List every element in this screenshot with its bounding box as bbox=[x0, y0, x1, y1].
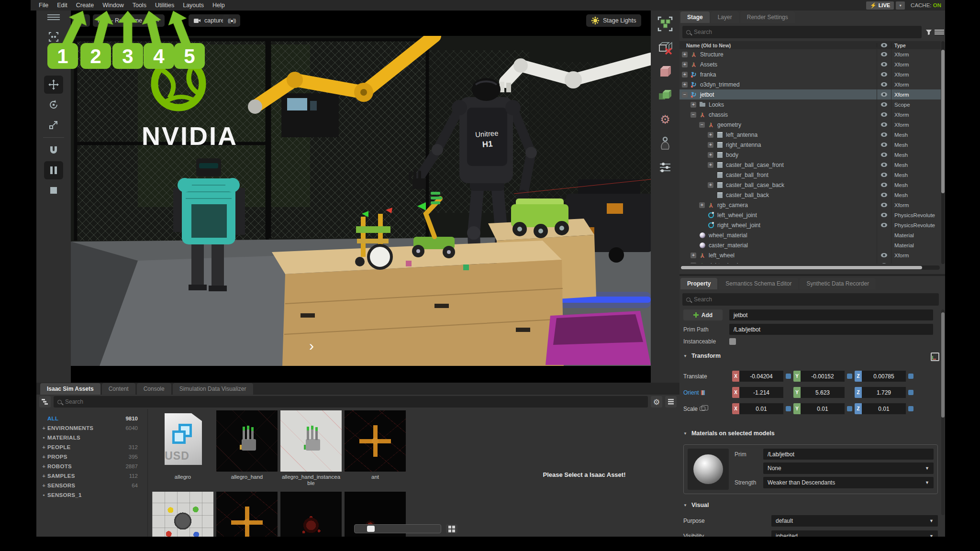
tree-row[interactable]: body Mesh bbox=[679, 150, 941, 160]
property-tab[interactable]: Property bbox=[680, 278, 717, 289]
tree-row[interactable]: caster_ball_case_back Mesh bbox=[679, 180, 941, 190]
assets-view-button[interactable] bbox=[665, 396, 677, 408]
category-row[interactable]: + SENSORS 64 bbox=[40, 481, 144, 490]
pink-cube-button[interactable] bbox=[655, 62, 675, 81]
visibility-eye-toggle[interactable] bbox=[877, 200, 891, 210]
visibility-eye-toggle[interactable] bbox=[877, 59, 891, 69]
step-handle[interactable] bbox=[786, 406, 791, 411]
expander-icon[interactable] bbox=[708, 132, 713, 138]
tree-row[interactable]: caster_ball_case_front Mesh bbox=[679, 160, 941, 170]
toolbar-menu-icon[interactable] bbox=[47, 14, 60, 20]
select-tool-button[interactable] bbox=[44, 28, 63, 46]
visibility-eye-toggle[interactable] bbox=[877, 49, 891, 59]
translate-y-field[interactable]: -0.00152 bbox=[801, 371, 845, 382]
menu-item[interactable]: Help bbox=[208, 1, 229, 10]
tree-row[interactable]: right_antenna Mesh bbox=[679, 140, 941, 150]
physics-button[interactable] bbox=[655, 134, 675, 153]
tree-row[interactable]: caster_material Material bbox=[679, 240, 941, 250]
live-dropdown-button[interactable]: ▼ bbox=[896, 1, 905, 10]
expander-icon[interactable] bbox=[690, 263, 696, 264]
category-row[interactable]: + ENVIRONMENTS 6040 bbox=[40, 423, 144, 433]
step-handle[interactable] bbox=[786, 374, 791, 379]
assets-settings-button[interactable]: ⚙ bbox=[651, 396, 662, 408]
visibility-dropdown[interactable]: inherited▼ bbox=[771, 530, 938, 537]
stage-tab[interactable]: Stage bbox=[680, 11, 710, 23]
translate-z-field[interactable]: 0.00785 bbox=[862, 371, 906, 382]
scale-tool-button[interactable] bbox=[44, 116, 63, 134]
expander-icon[interactable] bbox=[682, 72, 688, 77]
property-search[interactable] bbox=[682, 293, 939, 306]
menu-item[interactable]: Utilities bbox=[151, 1, 178, 10]
bottom-tab[interactable]: Isaac Sim Assets bbox=[40, 383, 100, 395]
asset-item[interactable] bbox=[280, 492, 342, 537]
asset-item[interactable] bbox=[216, 492, 278, 537]
material-binding-dropdown[interactable]: None▼ bbox=[763, 463, 934, 474]
asset-item[interactable]: allegro_hand bbox=[216, 410, 278, 486]
visibility-eye-toggle[interactable] bbox=[877, 140, 891, 150]
asset-item[interactable] bbox=[152, 492, 213, 537]
move-tool-button[interactable] bbox=[44, 76, 63, 94]
category-row[interactable]: + PEOPLE 312 bbox=[40, 442, 144, 452]
assets-search-input[interactable] bbox=[65, 398, 644, 405]
instanceable-checkbox[interactable] bbox=[729, 338, 736, 345]
visibility-eye-toggle[interactable] bbox=[877, 240, 891, 250]
orient-y-field[interactable]: 5.623 bbox=[801, 387, 845, 398]
category-row[interactable]: + SAMPLES 112 bbox=[40, 471, 144, 481]
scale-y-field[interactable]: 0.01 bbox=[801, 403, 845, 414]
expander-icon[interactable] bbox=[682, 52, 688, 57]
visibility-eye-toggle[interactable] bbox=[877, 120, 891, 130]
green-cubes-button[interactable] bbox=[655, 86, 675, 105]
bottom-tab[interactable]: Content bbox=[102, 383, 135, 395]
tree-row[interactable]: left_wheel Xform bbox=[679, 250, 941, 260]
category-filter-button[interactable] bbox=[39, 396, 51, 408]
step-handle[interactable] bbox=[908, 374, 913, 379]
expander-icon[interactable] bbox=[682, 92, 688, 98]
stage-search[interactable] bbox=[682, 26, 922, 38]
tree-row[interactable]: left_wheel_joint PhysicsRevolute bbox=[679, 210, 941, 220]
scale-x-field[interactable]: 0.01 bbox=[739, 403, 783, 414]
expander-icon[interactable] bbox=[690, 253, 696, 258]
orient-z-field[interactable]: 1.729 bbox=[862, 387, 906, 398]
stage-horizontal-scrollbar[interactable] bbox=[680, 265, 940, 270]
step-handle[interactable] bbox=[847, 406, 852, 411]
pause-button[interactable] bbox=[44, 161, 63, 179]
renderer-dropdown[interactable]: RTX - Real-Time ▼ bbox=[93, 14, 165, 27]
tree-row[interactable]: rgb_camera Xform bbox=[679, 200, 941, 210]
visibility-eye-toggle[interactable] bbox=[877, 180, 891, 190]
category-row[interactable]: • MATERIALS bbox=[40, 433, 144, 442]
tree-row[interactable]: caster_ball_back Mesh bbox=[679, 190, 941, 200]
stage-options-button[interactable] bbox=[935, 26, 944, 38]
expander-icon[interactable] bbox=[708, 182, 713, 188]
step-handle[interactable] bbox=[908, 390, 913, 395]
stage-filter-button[interactable] bbox=[924, 26, 934, 38]
category-row[interactable]: + PROPS 395 bbox=[40, 452, 144, 462]
prim-path-field[interactable]: /Lab/jetbot bbox=[729, 324, 933, 335]
visibility-eye-toggle[interactable] bbox=[877, 170, 891, 180]
orient-x-field[interactable]: -1.214 bbox=[739, 387, 783, 398]
visibility-eye-toggle[interactable] bbox=[877, 150, 891, 160]
visibility-eye-toggle[interactable] bbox=[877, 89, 891, 99]
tree-row[interactable]: right_wheel Xform bbox=[679, 260, 941, 264]
stage-search-input[interactable] bbox=[694, 29, 918, 35]
add-property-button[interactable]: Add bbox=[683, 309, 723, 320]
expander-icon[interactable] bbox=[690, 112, 696, 118]
expander-icon[interactable] bbox=[690, 102, 696, 108]
tree-row[interactable]: jetbot Xform bbox=[679, 89, 941, 99]
column-visibility-header[interactable] bbox=[877, 43, 891, 47]
deselect-cube-button[interactable] bbox=[655, 38, 675, 57]
visual-section-header[interactable]: ▼ Visual bbox=[683, 502, 709, 508]
property-search-input[interactable] bbox=[694, 296, 935, 303]
column-type-header[interactable]: Type bbox=[891, 43, 941, 48]
stage-vertical-scrollbar[interactable] bbox=[941, 41, 945, 264]
tree-row[interactable]: geometry Xform bbox=[679, 120, 941, 130]
transform-section-header[interactable]: ▼ Transform bbox=[683, 353, 721, 359]
tree-row[interactable]: Structure Xform bbox=[679, 49, 941, 59]
filters-button[interactable] bbox=[655, 158, 675, 177]
menu-item[interactable]: File bbox=[34, 1, 53, 10]
material-prim-field[interactable]: /Lab/jetbot bbox=[763, 449, 934, 460]
viewport-canvas[interactable]: NVIDIA bbox=[71, 36, 651, 366]
visibility-eye-toggle[interactable] bbox=[877, 110, 891, 120]
stop-button[interactable] bbox=[44, 181, 63, 199]
purpose-dropdown[interactable]: default▼ bbox=[771, 515, 938, 527]
visibility-eye-toggle[interactable] bbox=[877, 260, 891, 264]
